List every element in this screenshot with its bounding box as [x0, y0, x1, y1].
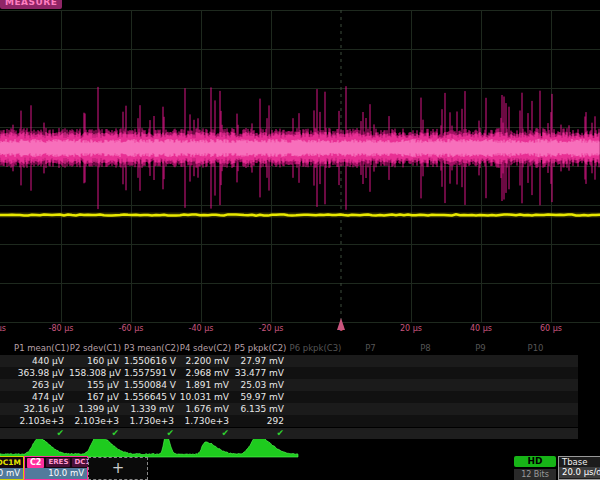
measure-stat-row: 440 µV160 µV1.550616 V2.200 mV27.97 mV — [0, 355, 578, 367]
time-axis: -100 µs-80 µs-60 µs-40 µs-20 µs020 µs40 … — [0, 322, 600, 334]
hd-bits-label: 12 Bits — [514, 469, 556, 480]
measure-value: 155 µV — [69, 379, 124, 391]
measure-param-header[interactable]: P6 pkpk(C3) — [289, 342, 344, 355]
status-check-icon: ✔ — [179, 428, 234, 439]
axis-tick-label: -40 µs — [189, 324, 214, 333]
axis-tick-label: 60 µs — [540, 324, 562, 333]
measure-value: 474 µV — [14, 391, 69, 403]
measure-param-header[interactable]: P1 mean(C1) — [14, 342, 69, 355]
axis-tick-label: 40 µs — [470, 324, 492, 333]
measure-param-header[interactable]: P3 mean(C2) — [124, 342, 179, 355]
measure-value: 32.16 µV — [14, 403, 69, 415]
measure-value: 1.550616 V — [124, 355, 179, 367]
measure-param-header[interactable]: P2 sdev(C1) — [69, 342, 124, 355]
measure-status-row: ✔✔✔✔✔ — [0, 428, 578, 439]
measure-value: 25.03 mV — [234, 379, 289, 391]
measure-stat-row: 32.16 µV1.399 µV1.339 mV1.676 mV6.135 mV — [0, 403, 578, 415]
measure-param-header[interactable]: P4 sdev(C2) — [179, 342, 234, 355]
measure-value: 1.339 mV — [124, 403, 179, 415]
add-trace-button[interactable]: + — [88, 457, 148, 480]
measure-param-header[interactable]: P5 pkpk(C2) — [234, 342, 289, 355]
waveform-c1-trace[interactable] — [0, 214, 600, 215]
measure-value: 2.968 mV — [179, 367, 234, 379]
measure-value: 263 µV — [14, 379, 69, 391]
c1-coupling-tag: DC1M — [0, 458, 21, 467]
measure-value: 2.200 mV — [179, 355, 234, 367]
measure-value: 440 µV — [14, 355, 69, 367]
measure-value: 2.103e+3 — [69, 415, 124, 427]
timebase-label: Tbase — [559, 457, 600, 467]
axis-tick-label: -20 µs — [259, 324, 284, 333]
measure-param-header[interactable]: P9 — [454, 342, 509, 355]
c2-scale: 10.0 mV — [25, 468, 87, 479]
status-check-icon: ✔ — [14, 428, 69, 439]
measure-value: 27.97 mV — [234, 355, 289, 367]
oscilloscope-screen: MEASURE -100 µs-80 µs-60 µs-40 µs-20 µs0… — [0, 0, 600, 480]
measure-value: 1.730e+3 — [124, 415, 179, 427]
measure-param-header[interactable]: P7 — [344, 342, 399, 355]
status-check-icon: ✔ — [124, 428, 179, 439]
measure-value: 292 — [234, 415, 289, 427]
axis-tick-label: 0 — [338, 324, 343, 333]
hd-mode-badge[interactable]: HD — [514, 456, 556, 467]
measure-value: 6.135 mV — [234, 403, 289, 415]
measurement-header-row: P1 mean(C1)P2 sdev(C1)P3 mean(C2)P4 sdev… — [0, 342, 578, 355]
status-check-icon: ✔ — [234, 428, 289, 439]
measure-value: 1.676 mV — [179, 403, 234, 415]
trace-annotation-label: MEASURE — [0, 0, 62, 9]
measure-param-header[interactable]: P10 — [509, 342, 564, 355]
measure-value: 1.556645 V — [124, 391, 179, 403]
measurement-table: P1 mean(C1)P2 sdev(C1)P3 mean(C2)P4 sdev… — [0, 342, 600, 439]
measure-stat-row: 263 µV155 µV1.550084 V1.891 mV25.03 mV — [0, 379, 578, 391]
channel-descriptor-c1[interactable]: C1 DC1M 50.0 mV — [0, 456, 24, 480]
channel-descriptor-c2[interactable]: C2 ERES DC1M 10.0 mV — [24, 456, 88, 480]
measure-stat-row: 474 µV167 µV1.556645 V10.031 mV59.97 mV — [0, 391, 578, 403]
measure-value: 59.97 mV — [234, 391, 289, 403]
axis-tick-label: -80 µs — [49, 324, 74, 333]
measure-value: 1.730e+3 — [179, 415, 234, 427]
c2-chip: C2 — [27, 458, 44, 468]
measure-value: 167 µV — [69, 391, 124, 403]
measure-param-header[interactable]: P8 — [399, 342, 454, 355]
measurement-rows: 440 µV160 µV1.550616 V2.200 mV27.97 mV36… — [0, 355, 600, 439]
c1-scale: 50.0 mV — [0, 468, 23, 479]
timebase-value: 20.0 µs/div — [559, 467, 600, 478]
measure-value: 160 µV — [69, 355, 124, 367]
status-check-icon: ✔ — [69, 428, 124, 439]
measure-stat-row: 2.103e+32.103e+31.730e+31.730e+3292 — [0, 415, 578, 427]
measure-value: 1.557591 V — [124, 367, 179, 379]
measure-value: 1.891 mV — [179, 379, 234, 391]
axis-tick-label: -100 µs — [0, 324, 6, 333]
plus-icon: + — [112, 459, 125, 477]
measure-value: 1.550084 V — [124, 379, 179, 391]
measure-value: 2.103e+3 — [14, 415, 69, 427]
measure-value: 10.031 mV — [179, 391, 234, 403]
measure-value: 1.399 µV — [69, 403, 124, 415]
timebase-descriptor[interactable]: Tbase 20.0 µs/div — [558, 456, 600, 480]
measure-value: 363.98 µV — [14, 367, 69, 379]
c2-eres-tag: ERES — [46, 458, 70, 467]
axis-tick-label: -60 µs — [119, 324, 144, 333]
measure-value: 158.308 µV — [69, 367, 124, 379]
axis-tick-label: 20 µs — [400, 324, 422, 333]
measure-value: 33.477 mV — [234, 367, 289, 379]
measure-stat-row: 363.98 µV158.308 µV1.557591 V2.968 mV33.… — [0, 367, 578, 379]
